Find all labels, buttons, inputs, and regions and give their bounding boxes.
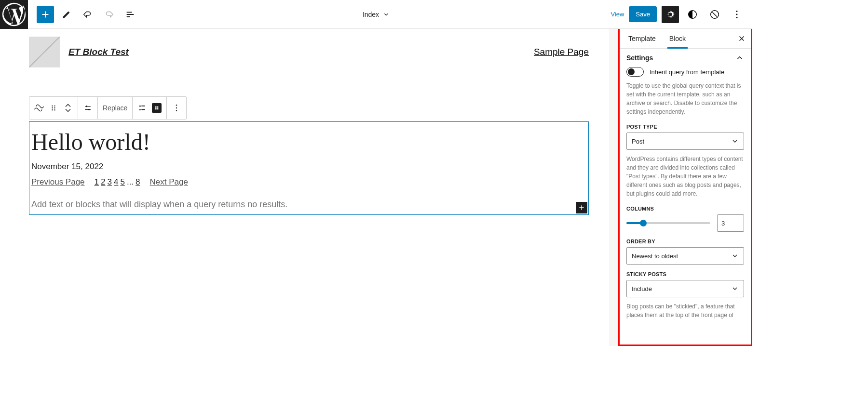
list-view-button[interactable] <box>122 6 139 23</box>
sticky-posts-label: STICKY POSTS <box>626 271 744 277</box>
replace-button[interactable]: Replace <box>103 104 127 112</box>
post-date[interactable]: November 15, 2022 <box>31 162 586 172</box>
site-title[interactable]: ET Block Test <box>68 47 129 57</box>
post-type-label: POST TYPE <box>626 124 744 130</box>
grid-layout-icon[interactable] <box>152 103 162 113</box>
block-move-buttons[interactable] <box>63 103 73 113</box>
order-by-value: Newest to oldest <box>632 252 678 260</box>
svg-point-5 <box>52 106 53 106</box>
drag-handle-icon[interactable] <box>49 103 58 113</box>
svg-point-13 <box>176 105 177 106</box>
tools-button[interactable] <box>58 6 75 23</box>
page-number[interactable]: 1 <box>95 177 99 187</box>
columns-slider[interactable] <box>626 222 710 224</box>
no-results-placeholder[interactable]: Add text or blocks that will display whe… <box>31 199 586 210</box>
site-header: ET Block Test Sample Page <box>0 29 618 67</box>
svg-point-15 <box>176 110 177 112</box>
svg-point-10 <box>54 109 55 110</box>
page-number[interactable]: 8 <box>136 177 140 187</box>
inherit-query-desc: Toggle to use the global query context t… <box>626 81 744 116</box>
settings-panel-header[interactable]: Settings <box>626 53 744 62</box>
columns-value: 3 <box>721 220 725 227</box>
sticky-posts-desc: Blog posts can be "stickied", a feature … <box>626 302 744 319</box>
editor-topbar: Index View Save <box>0 0 752 29</box>
styles-button[interactable] <box>684 6 701 23</box>
sidebar-tabs: Template Block <box>618 29 752 49</box>
svg-point-2 <box>736 11 738 12</box>
tab-block[interactable]: Block <box>663 29 692 48</box>
more-menu-button[interactable] <box>728 6 746 23</box>
chevron-down-icon <box>383 11 390 18</box>
svg-point-8 <box>54 107 55 108</box>
settings-toggle-button[interactable] <box>662 6 679 23</box>
svg-point-7 <box>52 107 53 108</box>
display-settings-icon[interactable] <box>83 103 93 113</box>
list-layout-icon[interactable] <box>137 103 147 113</box>
pagination: Previous Page 1 2 3 4 5 ... 8 Next Page <box>31 177 586 187</box>
editor-canvas[interactable]: ET Block Test Sample Page <box>0 29 618 346</box>
pagination-numbers[interactable]: 1 2 3 4 5 ... 8 <box>95 177 140 187</box>
chevron-up-icon <box>735 53 744 62</box>
inherit-query-label: Inherit query from template <box>650 68 724 76</box>
undo-button[interactable] <box>79 6 96 23</box>
append-block-button[interactable] <box>576 202 587 213</box>
pagination-next[interactable]: Next Page <box>150 177 188 187</box>
redo-button[interactable] <box>100 6 118 23</box>
page-number[interactable]: 4 <box>114 177 118 187</box>
chevron-down-icon <box>731 137 739 145</box>
post-type-desc: WordPress contains different types of co… <box>626 155 744 198</box>
columns-label: COLUMNS <box>626 206 744 212</box>
page-number[interactable]: 2 <box>101 177 105 187</box>
chevron-down-icon <box>731 252 739 260</box>
post-type-select[interactable]: Post <box>626 133 744 150</box>
svg-point-14 <box>176 107 177 109</box>
close-sidebar-button[interactable] <box>734 31 749 46</box>
order-by-label: ORDER BY <box>626 239 744 244</box>
view-link[interactable]: View <box>610 11 624 18</box>
sticky-posts-select[interactable]: Include <box>626 280 744 297</box>
svg-point-3 <box>736 13 738 15</box>
svg-point-9 <box>52 109 53 110</box>
page-number[interactable]: 3 <box>108 177 112 187</box>
svg-point-12 <box>88 109 90 110</box>
order-by-select[interactable]: Newest to oldest <box>626 247 744 265</box>
post-title[interactable]: Hello world! <box>31 129 586 155</box>
block-toolbar: Replace <box>29 96 187 119</box>
block-options-icon[interactable] <box>172 103 181 113</box>
page-number[interactable]: 5 <box>120 177 124 187</box>
chevron-down-icon <box>731 285 739 292</box>
tab-template[interactable]: Template <box>622 29 663 48</box>
add-block-button[interactable] <box>37 6 54 23</box>
columns-input[interactable]: 3 <box>717 214 744 232</box>
sticky-posts-value: Include <box>632 285 652 292</box>
post-type-value: Post <box>632 138 644 145</box>
svg-point-4 <box>736 16 738 18</box>
document-title[interactable]: Index <box>363 11 390 18</box>
wordpress-logo[interactable] <box>0 0 28 29</box>
close-icon <box>737 34 746 43</box>
page-dots: ... <box>127 177 134 187</box>
view-options-button[interactable] <box>706 6 723 23</box>
inherit-query-toggle[interactable] <box>626 67 644 77</box>
query-loop-icon[interactable] <box>34 103 44 113</box>
settings-sidebar: Template Block Settings Inherit query fr… <box>618 29 752 346</box>
site-logo-placeholder[interactable] <box>29 37 60 67</box>
query-loop-block[interactable]: Hello world! November 15, 2022 Previous … <box>29 121 589 215</box>
document-title-label: Index <box>363 11 379 18</box>
canvas-scrollbar[interactable] <box>609 29 618 346</box>
settings-panel-label: Settings <box>626 54 653 62</box>
svg-point-6 <box>54 106 55 106</box>
svg-point-11 <box>86 106 87 107</box>
pagination-prev[interactable]: Previous Page <box>31 177 85 187</box>
nav-link-sample-page[interactable]: Sample Page <box>534 47 589 57</box>
save-button[interactable]: Save <box>629 6 657 22</box>
